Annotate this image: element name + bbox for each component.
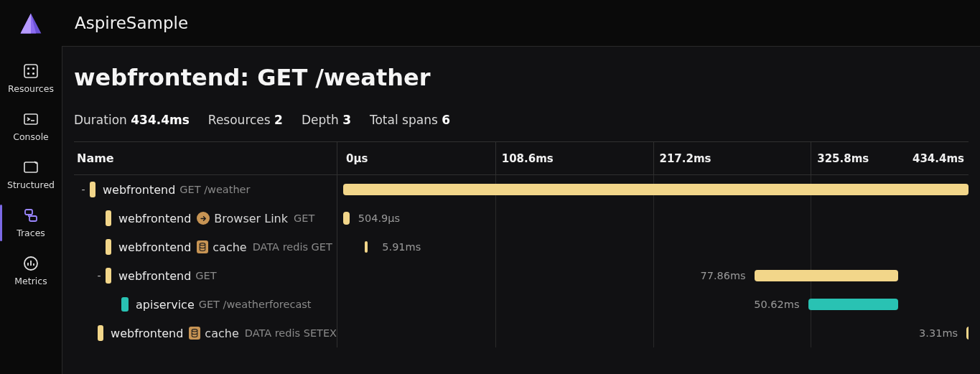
span-name-cell: -webfrontendBrowser LinkGET (74, 204, 337, 233)
span-bar (365, 241, 368, 253)
summary-spans: Total spans 6 (370, 113, 450, 127)
span-sub: cache (205, 327, 238, 340)
trace-body: -webfrontendGET /weather-webfrontendBrow… (74, 175, 969, 368)
span-resource: webfrontend (118, 269, 191, 283)
traces-icon (22, 206, 40, 225)
span-bar (343, 212, 350, 225)
sidebar-item-console[interactable]: Console (0, 103, 62, 151)
sidebar-item-label: Resources (8, 83, 54, 94)
svg-rect-9 (24, 162, 37, 172)
span-duration-label: 504.9µs (358, 212, 400, 224)
span-resource: webfrontend (118, 212, 191, 225)
col-header-timeline: 0µs108.6ms217.2ms325.8ms434.4ms (337, 142, 969, 174)
brand-logo-icon (17, 10, 45, 39)
span-duration-label: 50.62ms (754, 299, 799, 310)
console-icon (22, 110, 40, 128)
span-sub: Browser Link (214, 212, 288, 225)
span-meta: DATA redis SETEX (245, 327, 337, 339)
span-meta: GET (294, 212, 314, 224)
span-resource: webfrontend (103, 183, 175, 197)
svg-rect-3 (24, 65, 37, 78)
grid-icon (22, 62, 40, 80)
summary-resources: Resources 2 (208, 113, 283, 127)
database-icon (197, 240, 208, 253)
span-timeline-cell: 77.86ms (337, 261, 969, 290)
svg-point-6 (27, 73, 29, 75)
span-timeline-cell: 3.31ms (337, 319, 969, 347)
span-name-cell: -apiserviceGET /weatherforecast (74, 290, 337, 319)
svg-rect-11 (25, 210, 32, 215)
sidebar-item-traces[interactable]: Traces (0, 199, 62, 247)
app-title: AspireSample (75, 14, 188, 32)
resource-chip (121, 297, 129, 312)
span-timeline-cell (337, 175, 969, 204)
trace-row[interactable]: -webfrontendGET /weather (74, 175, 969, 204)
timeline-tick: 0µs (337, 142, 368, 174)
trace-row[interactable]: -webfrontendcacheDATA redis SETEX3.31ms (74, 319, 969, 347)
span-name-cell: -webfrontendGET (74, 261, 337, 290)
expander-toggle[interactable]: - (94, 270, 104, 281)
svg-point-14 (200, 243, 206, 246)
arrow-right-icon (197, 212, 210, 225)
svg-point-7 (32, 73, 34, 75)
topbar: AspireSample (62, 0, 980, 46)
timeline-tick: 434.4ms (913, 142, 969, 174)
trace-row[interactable]: -webfrontendGET77.86ms (74, 261, 969, 290)
col-header-name[interactable]: Name (74, 151, 337, 165)
sidebar: Resources Console Structured (0, 0, 62, 374)
span-meta: GET (195, 270, 216, 281)
svg-marker-2 (21, 14, 31, 34)
resource-chip (106, 239, 111, 255)
summary-depth: Depth 3 (302, 113, 351, 127)
span-name-cell: -webfrontendcacheDATA redis GET (74, 233, 337, 261)
resource-chip (106, 268, 111, 284)
page-title: webfrontend: GET /weather (74, 64, 969, 91)
sidebar-item-resources[interactable]: Resources (0, 55, 62, 103)
structured-icon (22, 158, 40, 177)
resource-chip (98, 325, 103, 341)
timeline-tick: 217.2ms (653, 142, 711, 174)
summary-duration: Duration 434.4ms (74, 113, 190, 127)
span-bar (966, 327, 969, 340)
span-timeline-cell: 50.62ms (337, 290, 969, 319)
span-bar (343, 184, 969, 195)
trace-row[interactable]: -apiserviceGET /weatherforecast50.62ms (74, 290, 969, 319)
database-icon (189, 327, 200, 340)
sidebar-item-structured[interactable]: Structured (0, 151, 62, 199)
trace-header: Name 0µs108.6ms217.2ms325.8ms434.4ms (74, 142, 969, 175)
svg-point-4 (27, 67, 29, 70)
span-duration-label: 77.86ms (700, 270, 745, 281)
main-panel: AspireSample webfrontend: GET /weather D… (62, 0, 980, 374)
content: webfrontend: GET /weather Duration 434.4… (62, 46, 980, 374)
summary-row: Duration 434.4ms Resources 2 Depth 3 Tot… (74, 113, 969, 127)
metrics-icon (22, 254, 40, 273)
span-bar (755, 270, 898, 281)
expander-toggle[interactable]: - (78, 184, 88, 195)
svg-rect-8 (24, 114, 37, 124)
svg-rect-12 (29, 216, 37, 221)
span-meta: GET /weatherforecast (199, 299, 312, 310)
timeline-tick: 325.8ms (811, 142, 869, 174)
span-sub: cache (213, 240, 246, 254)
span-duration-label: 5.91ms (382, 241, 421, 253)
span-resource: webfrontend (111, 327, 183, 340)
trace-table: Name 0µs108.6ms217.2ms325.8ms434.4ms -we… (74, 141, 969, 368)
svg-point-10 (35, 162, 37, 164)
svg-point-15 (192, 329, 198, 332)
span-resource: webfrontend (118, 240, 191, 254)
timeline-tick: 108.6ms (495, 142, 554, 174)
trace-row[interactable]: -webfrontendcacheDATA redis GET5.91ms (74, 233, 969, 261)
span-meta: GET /weather (179, 184, 250, 195)
span-timeline-cell: 5.91ms (337, 233, 969, 261)
span-timeline-cell: 504.9µs (337, 204, 969, 233)
sidebar-item-label: Console (13, 131, 49, 142)
sidebar-item-metrics[interactable]: Metrics (0, 247, 62, 295)
sidebar-item-label: Metrics (14, 276, 47, 286)
span-name-cell: -webfrontendcacheDATA redis SETEX (74, 319, 337, 347)
resource-chip (90, 182, 95, 197)
sidebar-item-label: Structured (7, 179, 55, 190)
span-meta: DATA redis GET (253, 241, 332, 253)
trace-row[interactable]: -webfrontendBrowser LinkGET504.9µs (74, 204, 969, 233)
span-resource: apiservice (136, 298, 195, 312)
svg-point-5 (32, 67, 34, 70)
